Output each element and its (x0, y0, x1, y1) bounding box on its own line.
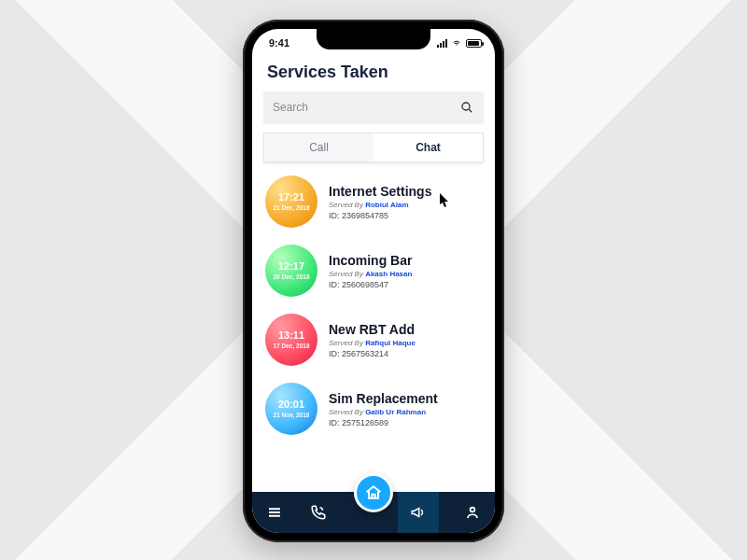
wifi-icon (451, 39, 462, 48)
signal-icon (437, 39, 447, 48)
time-bubble: 13:1117 Dec, 2018 (265, 314, 317, 366)
item-info: New RBT AddServed By Rafiqul HaqueID: 25… (329, 322, 482, 358)
item-id: ID: 2567563214 (329, 349, 482, 358)
item-id: ID: 2369854785 (329, 211, 482, 220)
time-bubble: 20:0121 Nov, 2018 (265, 383, 317, 435)
phone-frame: 9:41 Services Taken Call Chat 17:2121 De… (243, 20, 504, 542)
list-item[interactable]: 13:1117 Dec, 2018New RBT AddServed By Ra… (265, 306, 482, 375)
page-title: Services Taken (267, 63, 480, 82)
item-title: Sim Replacement (329, 391, 482, 406)
page-header: Services Taken (252, 57, 495, 91)
list-item[interactable]: 20:0121 Nov, 2018Sim ReplacementServed B… (265, 375, 482, 444)
item-title: New RBT Add (329, 322, 482, 337)
bubble-date: 17 Dec, 2018 (273, 343, 309, 349)
bubble-time: 20:01 (278, 399, 304, 410)
search-input[interactable] (273, 101, 459, 114)
phone-icon[interactable] (308, 502, 329, 523)
bottom-nav (252, 492, 495, 533)
bubble-date: 21 Dec, 2018 (273, 204, 309, 211)
svg-point-0 (462, 103, 470, 110)
list-item[interactable]: 17:2121 Dec, 2018Internet SettingsServed… (265, 168, 482, 237)
battery-icon (466, 39, 482, 48)
bubble-date: 21 Nov, 2018 (274, 412, 310, 418)
home-fab[interactable] (354, 473, 393, 512)
item-served-by: Served By Akash Hasan (329, 270, 482, 278)
bubble-time: 17:21 (278, 192, 304, 203)
notch (317, 29, 430, 49)
search-icon[interactable] (459, 100, 474, 115)
search-wrap (252, 91, 495, 123)
item-title: Incoming Bar (329, 253, 482, 268)
tabs: Call Chat (263, 133, 484, 162)
status-time: 9:41 (269, 37, 289, 49)
time-bubble: 17:2121 Dec, 2018 (265, 175, 317, 228)
status-right (437, 39, 482, 48)
item-title: Internet Settings (329, 184, 482, 199)
bubble-time: 12:17 (278, 261, 304, 272)
menu-icon[interactable] (264, 502, 285, 523)
item-served-by: Served By Galib Ur Rahman (329, 408, 482, 416)
tab-call[interactable]: Call (264, 133, 374, 161)
screen: 9:41 Services Taken Call Chat 17:2121 De… (252, 29, 495, 533)
item-info: Sim ReplacementServed By Galib Ur Rahman… (329, 391, 482, 427)
list-item[interactable]: 12:1720 Dec, 2018Incoming BarServed By A… (265, 237, 482, 306)
time-bubble: 12:1720 Dec, 2018 (265, 245, 317, 297)
item-served-by: Served By Robiul Alam (329, 201, 482, 209)
item-info: Incoming BarServed By Akash HasanID: 256… (329, 253, 482, 289)
bubble-date: 20 Dec, 2018 (273, 273, 309, 280)
announce-icon[interactable] (398, 492, 439, 533)
item-id: ID: 2575126589 (329, 418, 482, 427)
search-field[interactable] (263, 91, 484, 123)
account-icon[interactable] (462, 502, 483, 523)
item-info: Internet SettingsServed By Robiul AlamID… (329, 184, 482, 220)
item-id: ID: 2560698547 (329, 280, 482, 289)
item-served-by: Served By Rafiqul Haque (329, 339, 482, 347)
bubble-time: 13:11 (278, 330, 304, 341)
svg-line-1 (469, 109, 472, 112)
svg-point-5 (471, 508, 475, 512)
service-list: 17:2121 Dec, 2018Internet SettingsServed… (252, 166, 495, 492)
tab-chat[interactable]: Chat (374, 133, 483, 161)
